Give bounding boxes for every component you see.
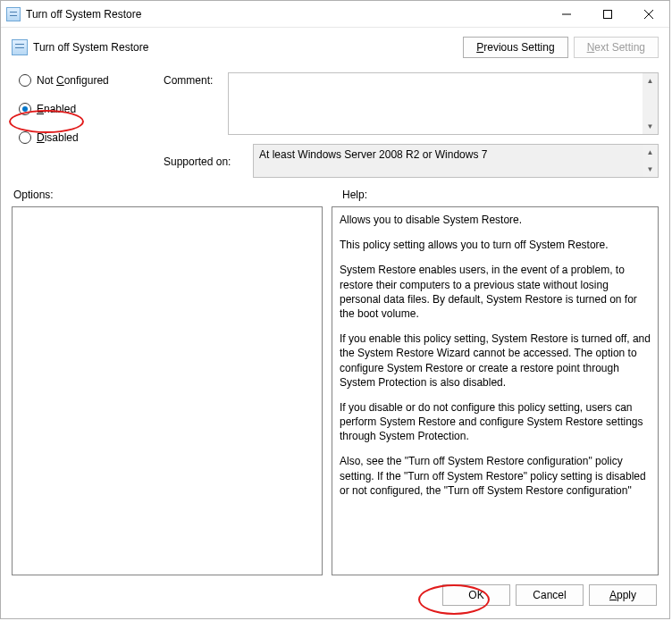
state-radio-group: Not Configured Enabled Disabled <box>12 72 164 178</box>
window-body: Turn off System Restore Previous Setting… <box>1 28 669 618</box>
minimize-icon <box>562 10 571 19</box>
radio-not-configured[interactable]: Not Configured <box>19 74 164 87</box>
policy-window: Turn off System Restore Turn off System … <box>0 0 670 619</box>
scroll-down-icon[interactable]: ▼ <box>643 119 658 134</box>
supported-label: Supported on: <box>164 154 253 168</box>
ok-button[interactable]: OK <box>442 584 510 606</box>
help-paragraph: System Restore enables users, in the eve… <box>340 263 651 321</box>
options-content <box>13 207 322 575</box>
bottom-bar: OK Cancel Apply <box>12 575 659 609</box>
radio-label: Not Configured <box>37 74 109 87</box>
help-content: Allows you to disable System Restore. Th… <box>332 207 658 575</box>
close-button[interactable] <box>628 1 669 27</box>
radio-label: Enabled <box>37 103 76 115</box>
maximize-button[interactable] <box>587 1 628 27</box>
window-title: Turn off System Restore <box>26 8 546 21</box>
comment-row: Comment: ▲ ▼ <box>164 72 659 135</box>
radio-circle-icon <box>19 103 31 115</box>
help-paragraph: If you disable or do not configure this … <box>340 400 651 444</box>
help-pane: Allows you to disable System Restore. Th… <box>332 206 659 575</box>
scroll-up-icon[interactable]: ▲ <box>643 145 658 160</box>
supported-row: Supported on: At least Windows Server 20… <box>164 144 659 178</box>
help-paragraph: Allows you to disable System Restore. <box>340 213 651 227</box>
policy-title: Turn off System Restore <box>33 41 463 54</box>
previous-setting-button[interactable]: Previous Setting <box>463 37 567 58</box>
help-label: Help: <box>342 189 367 201</box>
help-paragraph: If you enable this policy setting, Syste… <box>340 331 651 390</box>
supported-box: At least Windows Server 2008 R2 or Windo… <box>253 144 659 178</box>
comment-scrollbar[interactable]: ▲ ▼ <box>643 73 658 134</box>
supported-scrollbar[interactable]: ▲ ▼ <box>643 145 658 177</box>
radio-disabled[interactable]: Disabled <box>19 131 164 144</box>
minimize-button[interactable] <box>546 1 587 27</box>
window-controls <box>546 1 669 27</box>
cancel-button[interactable]: Cancel <box>516 584 584 606</box>
header-row: Turn off System Restore Previous Setting… <box>12 37 659 63</box>
scroll-down-icon[interactable]: ▼ <box>643 162 658 177</box>
titlebar: Turn off System Restore <box>1 1 669 28</box>
policy-icon <box>12 39 28 55</box>
scroll-up-icon[interactable]: ▲ <box>643 73 658 88</box>
policy-icon <box>6 7 21 21</box>
next-setting-button: Next Setting <box>574 37 659 58</box>
maximize-icon <box>603 10 612 19</box>
radio-circle-icon <box>19 74 31 87</box>
supported-value: At least Windows Server 2008 R2 or Windo… <box>254 145 643 177</box>
close-icon <box>644 10 653 19</box>
comment-textarea[interactable]: ▲ ▼ <box>228 72 659 135</box>
help-paragraph: This policy setting allows you to turn o… <box>340 238 651 252</box>
options-label: Options: <box>12 189 342 201</box>
panes: Allows you to disable System Restore. Th… <box>12 206 659 575</box>
comment-value <box>229 73 643 134</box>
radio-label: Disabled <box>37 131 79 144</box>
upper-grid: Not Configured Enabled Disabled Comment: <box>12 72 659 178</box>
svg-rect-1 <box>604 10 612 18</box>
apply-button[interactable]: Apply <box>589 584 657 606</box>
radio-enabled[interactable]: Enabled <box>19 103 164 115</box>
options-pane <box>12 206 323 575</box>
help-paragraph: Also, see the "Turn off System Restore c… <box>340 454 651 498</box>
comment-label: Comment: <box>164 72 228 135</box>
section-labels: Options: Help: <box>12 189 659 201</box>
radio-circle-icon <box>19 131 31 144</box>
fields-column: Comment: ▲ ▼ Supported on: At least Wind… <box>164 72 659 178</box>
